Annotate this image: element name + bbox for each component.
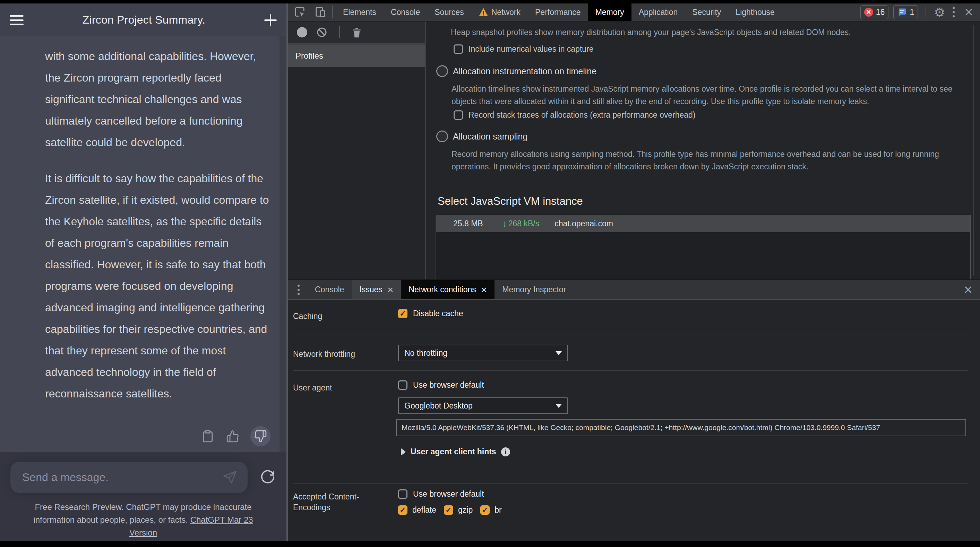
drawer-tabbar: Console Issues× Network conditions× Memo… [288,280,980,300]
throttling-select[interactable]: No throttling [398,344,568,361]
network-conditions-panel: Caching Disable cache Network throttling… [288,300,980,541]
tab-performance[interactable]: Performance [528,3,588,21]
encodings-row: deflate gzip br [398,506,502,515]
message-input-placeholder: Send a message. [22,471,222,484]
memory-toolbar-separator [339,26,340,38]
send-icon[interactable] [222,470,237,485]
encodings-label: Accepted Content-Encodings [293,491,394,513]
thumbs-up-icon[interactable] [225,429,240,443]
close-drawer-icon[interactable]: × [962,282,974,297]
drawer-tab-console[interactable]: Console [307,280,352,299]
ua-string-value: Mozilla/5.0 AppleWebKit/537.36 (KHTML, l… [402,423,880,432]
info-icon[interactable]: i [501,447,510,456]
error-icon: ✕ [864,8,873,17]
clear-profiles-icon[interactable] [316,27,327,38]
chat-scrollbar[interactable] [280,37,286,452]
thumbs-down-icon[interactable] [250,426,270,447]
devtools-controls: ✕ 16 1 ⚙ × [861,5,980,19]
tab-application[interactable]: Application [632,3,685,21]
encodings-default-label: Use browser default [413,490,484,499]
record-stack-label: Record stack traces of allocations (extr… [468,110,696,120]
close-devtools-icon[interactable]: × [963,5,975,19]
ua-select-row: Googlebot Desktop [398,397,568,414]
ua-default-checkbox[interactable] [398,380,407,390]
record-profile-icon[interactable] [297,27,307,37]
sidebar-item-profiles[interactable]: Profiles [288,45,425,67]
inspect-element-icon[interactable] [288,6,311,18]
vm-instance-row[interactable]: 25.8 MB ↓268 kB/s chat.openai.com [436,215,970,232]
tab-sources[interactable]: Sources [427,3,471,21]
message-count: 1 [910,8,914,17]
toolbar-separator [332,6,333,18]
device-toolbar-icon[interactable] [311,6,329,18]
regenerate-icon[interactable] [258,468,276,486]
tab-console[interactable]: Console [383,3,427,21]
drawer-tab-memory-inspector[interactable]: Memory Inspector [495,280,574,299]
throttling-control: No throttling [398,344,568,361]
tab-elements[interactable]: Elements [336,3,383,21]
throttling-value: No throttling [404,348,447,358]
allocation-sampling-radio[interactable] [436,131,448,142]
message-badge[interactable]: 1 [893,5,918,19]
chatgpt-panel: Zircon Project Summary. with some additi… [0,3,286,541]
vm-instance-heading: Select JavaScript VM instance [438,195,583,207]
tab-security[interactable]: Security [685,3,728,21]
close-network-conditions-icon[interactable]: × [481,285,487,295]
allocation-sampling-row: Allocation sampling [436,131,527,142]
menu-icon[interactable] [10,15,24,25]
tab-lighthouse[interactable]: Lighthouse [728,3,782,21]
ua-default-row: Use browser default [398,380,484,390]
download-arrow-icon: ↓ [503,218,507,229]
drawer-menu-icon[interactable] [295,285,302,295]
allocation-sampling-description: Record memory allocations using sampling… [452,148,966,173]
copy-icon[interactable] [200,429,215,443]
devtools-panel: Elements Console Sources Network Perform… [288,3,980,541]
br-checkbox[interactable] [480,506,490,515]
message-input[interactable]: Send a message. [10,462,248,493]
vm-host: chat.openai.com [555,219,613,228]
disclosure-triangle-icon [401,448,406,456]
include-numerical-label: Include numerical values in capture [468,45,594,54]
disable-cache-checkbox[interactable] [398,309,407,318]
gzip-checkbox[interactable] [444,506,453,515]
tab-memory[interactable]: Memory [588,3,632,21]
chevron-down-icon [555,351,562,355]
section-divider [293,370,967,371]
record-stack-row: Record stack traces of allocations (extr… [453,110,696,120]
drawer: Console Issues× Network conditions× Memo… [288,279,980,541]
record-stack-checkbox[interactable] [453,110,463,120]
close-issues-icon[interactable]: × [387,285,394,295]
more-options-icon[interactable] [950,7,958,18]
allocation-timeline-radio[interactable] [436,65,448,77]
ua-select[interactable]: Googlebot Desktop [398,397,568,414]
client-hints-label: User agent client hints [410,447,496,456]
encodings-default-row: Use browser default [398,490,484,499]
client-hints-row[interactable]: User agent client hints i [401,447,510,456]
error-badge[interactable]: ✕ 16 [861,5,889,19]
user-agent-label: User agent [293,383,394,392]
devtools-tabbar: Elements Console Sources Network Perform… [288,3,980,22]
error-count: 16 [876,8,885,17]
deflate-label: deflate [412,506,436,515]
ua-select-value: Googlebot Desktop [404,401,473,411]
drawer-tab-network-conditions[interactable]: Network conditions× [401,280,495,299]
gear-icon[interactable]: ⚙ [934,5,945,19]
section-divider [293,336,967,336]
warning-icon [479,8,488,17]
memory-main: Heap snapshot profiles show memory distr… [426,22,980,279]
delete-profile-icon[interactable] [352,27,362,38]
new-chat-icon[interactable] [264,14,277,26]
memory-scrollbar[interactable] [973,25,974,276]
tab-network[interactable]: Network [471,3,528,21]
message-icon [897,7,907,17]
deflate-checkbox[interactable] [398,506,407,515]
ua-string-input[interactable]: Mozilla/5.0 AppleWebKit/537.36 (KHTML, l… [396,419,966,436]
include-numerical-checkbox[interactable] [453,45,463,54]
encodings-default-checkbox[interactable] [398,490,407,499]
allocation-timeline-row: Allocation instrumentation on timeline [436,65,597,77]
disable-cache-row: Disable cache [398,309,463,318]
message-paragraph: with some additional capabilities. Howev… [45,45,270,153]
br-label: br [495,506,501,515]
drawer-tab-issues[interactable]: Issues× [352,280,401,299]
allocation-sampling-label: Allocation sampling [453,132,527,142]
